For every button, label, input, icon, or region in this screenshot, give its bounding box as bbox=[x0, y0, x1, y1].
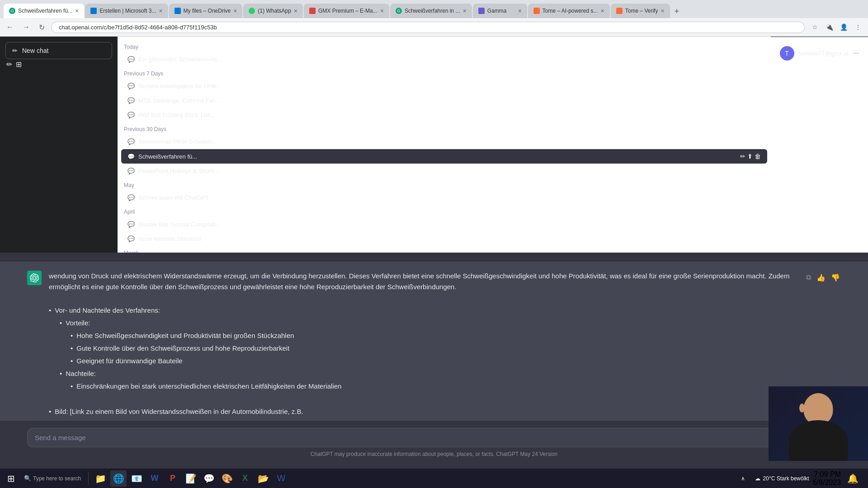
taskbar-arrow-up[interactable]: ∧ bbox=[735, 470, 751, 487]
taskbar-paint[interactable]: 🎨 bbox=[219, 470, 235, 487]
tab-close-8[interactable]: × bbox=[601, 7, 604, 14]
sidebar-item-text: Red Bull Erzberg 2023: List... bbox=[138, 112, 761, 118]
copy-button[interactable]: ⧉ bbox=[805, 272, 812, 282]
new-chat-label: New chat bbox=[22, 47, 48, 54]
thumbup-button[interactable]: 👍 bbox=[816, 272, 826, 283]
new-chat-button[interactable]: ✏ New chat bbox=[5, 42, 112, 59]
weather-info: ☁ 20°C Stark bewölkt bbox=[755, 475, 809, 482]
sidebar-item-sensoren[interactable]: 💬 Sensoren an PKW-Scheiben... bbox=[121, 135, 767, 149]
chat-messages: wendung von Druck und elektrischem Wider… bbox=[0, 253, 868, 421]
share-icon[interactable]: ⬆ bbox=[747, 153, 753, 160]
chat-item-icon: 💬 bbox=[127, 235, 135, 242]
chat-item-icon: 💬 bbox=[127, 56, 135, 63]
tab-close-9[interactable]: × bbox=[660, 7, 664, 14]
taskbar-notification[interactable]: 🔔 bbox=[844, 470, 861, 487]
tab-whatsapp[interactable]: (1) WhatsApp × bbox=[243, 4, 303, 18]
sidebar-item-nosewheeli[interactable]: 💬 Nose Wheelie Simulator. bbox=[121, 232, 767, 246]
tab-favicon-6: G bbox=[396, 8, 402, 14]
bullet-vor-nacht-1: • Vor- und Nachteile des Verfahrens: bbox=[49, 305, 798, 316]
person-silhouette bbox=[769, 386, 868, 461]
taskbar-excel[interactable]: X bbox=[237, 470, 253, 487]
taskbar-email[interactable]: 📧 bbox=[128, 470, 145, 487]
back-button[interactable]: ← bbox=[4, 21, 16, 33]
account-icon[interactable]: 👤 bbox=[837, 21, 850, 33]
sidebar-layout-icon[interactable]: ⊞ bbox=[15, 59, 23, 70]
user-info[interactable]: T tomtom77@gmx.at ··· bbox=[776, 42, 863, 64]
bookmark-icon[interactable]: ☆ bbox=[808, 21, 821, 33]
user-more-icon[interactable]: ··· bbox=[853, 49, 859, 57]
tab-close-5[interactable]: × bbox=[380, 7, 384, 14]
chat-item-icon: 💬 bbox=[127, 153, 135, 160]
tab-close-7[interactable]: × bbox=[518, 7, 522, 14]
edit-icon[interactable]: ✏ bbox=[5, 59, 13, 70]
tab-label-7: Gamma bbox=[487, 8, 515, 14]
taskbar-notepad[interactable]: 📝 bbox=[183, 470, 199, 487]
sidebar-item-doubleblip[interactable]: 💬 Double Blip Tutorial Compilati... bbox=[121, 217, 767, 231]
section-label-30days: Previous 30 Days bbox=[118, 122, 771, 134]
tab-gamma[interactable]: Gamma × bbox=[473, 4, 527, 18]
tab-tome2[interactable]: Tome – Verify × bbox=[611, 4, 670, 18]
tab-onedrive[interactable]: My files – OneDrive × bbox=[169, 4, 243, 18]
sub-bullet-1: • Hohe Schweißgeschwindigkeit und Produk… bbox=[71, 330, 798, 341]
bullet-text: Bild: [Link zu einem Bild von Widerstand… bbox=[55, 406, 303, 417]
forward-button[interactable]: → bbox=[20, 21, 33, 33]
taskbar: ⊞ 🔍 Type here to search 📁 🌐 📧 W P 📝 💬 🎨 … bbox=[0, 468, 868, 488]
sub-bullet-3: • Geeignet für dünnwandige Bauteile bbox=[71, 356, 798, 366]
sidebar-item-schweiss[interactable]: 💬 Schweißverfahren fü... ✏ ⬆ 🗑 bbox=[121, 149, 767, 164]
taskbar-sys-area: ∧ ☁ 20°C Stark bewölkt 7:09 PM 6/8/2023 … bbox=[731, 470, 864, 487]
tab-close-1[interactable]: × bbox=[75, 7, 79, 14]
taskbar-file-explorer[interactable]: 📁 bbox=[92, 470, 108, 487]
taskbar-chat[interactable]: 💬 bbox=[201, 470, 217, 487]
taskbar-winword[interactable]: W bbox=[273, 470, 289, 487]
person-body bbox=[789, 420, 848, 461]
taskbar-files[interactable]: 📂 bbox=[255, 470, 271, 487]
delete-icon[interactable]: 🗑 bbox=[755, 153, 761, 160]
taskbar-separator bbox=[88, 472, 89, 485]
sidebar-item-text: Schnell lesen mit ChatGPT bbox=[138, 194, 761, 201]
reload-button[interactable]: ↻ bbox=[36, 21, 47, 33]
sidebar-item-mtb[interactable]: 💬 MTB Steihänge: Extreme Fah... bbox=[121, 94, 767, 108]
tab-close-3[interactable]: × bbox=[233, 7, 237, 14]
chat-item-icon: 💬 bbox=[127, 221, 135, 228]
settings-icon[interactable]: ⋮ bbox=[852, 21, 864, 33]
chat-item-icon: 💬 bbox=[127, 194, 135, 201]
tab-schweissverfahren[interactable]: G Schweißverfahren fü... × bbox=[4, 4, 84, 18]
new-tab-button[interactable]: + bbox=[671, 5, 683, 18]
bullet-nachteile-1: • Nachteile: bbox=[60, 368, 798, 379]
chat-item-icon: 💬 bbox=[127, 97, 135, 104]
sub-bullet-nacht-1: • Einschränkungen bei stark unterschiedl… bbox=[71, 381, 798, 392]
disclaimer-text: ChatGPT may produce inaccurate informati… bbox=[311, 451, 495, 457]
sidebar-item-schnecken[interactable]: 💬 Ein glitzerndes Schnecken-Ab... bbox=[121, 52, 767, 66]
tab-gmx[interactable]: GMX Premium – E-Ma... × bbox=[304, 4, 389, 18]
start-button[interactable]: ⊞ bbox=[4, 471, 19, 486]
tab-schweissverfahren2[interactable]: G Schweißverfahren in ... × bbox=[390, 4, 472, 18]
message-input[interactable] bbox=[35, 434, 818, 441]
chat-item-icon: 💬 bbox=[127, 168, 135, 174]
weather-icon: ☁ bbox=[755, 475, 760, 482]
tab-tome1[interactable]: Tome – AI-powered s... × bbox=[528, 4, 610, 18]
thumbdown-button[interactable]: 👎 bbox=[830, 272, 841, 283]
pencil-icon[interactable]: ✏ bbox=[740, 153, 745, 160]
person-ear bbox=[799, 404, 805, 413]
sidebar-item-redbull[interactable]: 💬 Red Bull Erzberg 2023: List... bbox=[121, 108, 767, 122]
tab-favicon-2 bbox=[90, 8, 97, 14]
tab-microsoft[interactable]: Erstellen | Microsoft 3... × bbox=[85, 4, 168, 18]
tab-close-2[interactable]: × bbox=[159, 7, 162, 14]
extension-icon[interactable]: 🔌 bbox=[823, 21, 835, 33]
taskbar-search[interactable]: 🔍 Type here to search bbox=[20, 470, 85, 487]
taskbar-powerpoint[interactable]: P bbox=[165, 470, 181, 487]
tab-close-6[interactable]: × bbox=[463, 7, 467, 14]
tab-favicon-4 bbox=[249, 8, 255, 14]
weather-text: 20°C Stark bewölkt bbox=[763, 475, 809, 482]
address-bar[interactable] bbox=[51, 22, 805, 33]
sidebar-item-schnelllesen[interactable]: 💬 Schnell lesen mit ChatGPT bbox=[121, 191, 767, 205]
tab-label-8: Tome – AI-powered s... bbox=[542, 8, 598, 14]
taskbar-chrome[interactable]: 🌐 bbox=[110, 470, 127, 487]
sidebar-item-arbeitsplaetze[interactable]: 💬 Sichere Arbeitsplätze für LKW... bbox=[121, 79, 767, 93]
taskbar-word[interactable]: W bbox=[146, 470, 163, 487]
tab-bar: G Schweißverfahren fü... × Erstellen | M… bbox=[0, 0, 868, 18]
bullet-text: Hohe Schweißgeschwindigkeit und Produkti… bbox=[76, 330, 294, 341]
gpt-avatar bbox=[27, 271, 42, 285]
sidebar-item-powerpoint[interactable]: 💬 PowerPoint Hotkeys & Shortc... bbox=[121, 164, 767, 178]
tab-close-4[interactable]: × bbox=[294, 7, 297, 14]
